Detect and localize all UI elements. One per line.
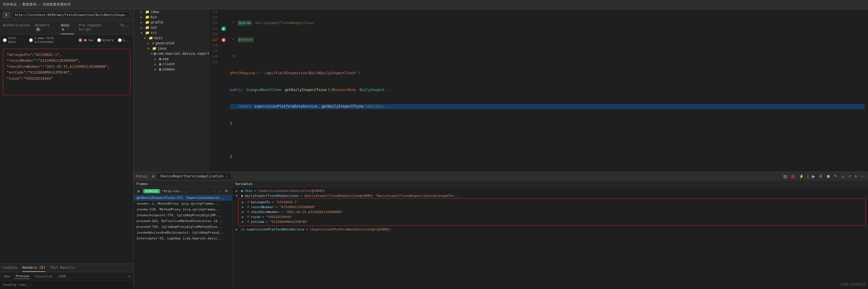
expand-daily[interactable]: ▼	[236, 194, 239, 198]
tree-item-generated[interactable]: ▶ ⚙ generated	[133, 41, 209, 46]
tree-item-java[interactable]: ▼ 📁 java	[133, 46, 209, 51]
frame-item-4[interactable]: proceed:163, ReflectiveMethodInvocation …	[133, 218, 232, 224]
tree-item-src[interactable]: ▼ 📁 src	[133, 30, 209, 35]
method-dropdown[interactable]: ▾	[3, 12, 10, 18]
sending-req-text: Sending requ...	[0, 281, 133, 289]
tree-item-bin[interactable]: ▶ 📁 bin	[133, 14, 209, 20]
frame-item-1[interactable]: invoke:-1, MethodProxy {org.springframew…	[133, 201, 232, 207]
expand-tzsno[interactable]: ▶	[242, 215, 245, 219]
debug-btn-debugger[interactable]: 🐞	[789, 173, 797, 179]
breadcrumb: 对外协议 / 数据查询---浏览检查单通知书	[3, 2, 70, 7]
view-raw[interactable]: Raw	[3, 274, 11, 279]
tree-item-aop[interactable]: ▶ ▦ aop	[133, 56, 209, 62]
breadcrumb-item-2: 数据查询---浏览检查单通知书	[22, 2, 70, 7]
debug-tab-app[interactable]: DeviceReportServiceApplication ✕	[157, 173, 231, 179]
debug-btn-step-over[interactable]: ↷	[833, 173, 838, 179]
folder-icon-client: ▦	[159, 62, 161, 66]
tab-body[interactable]: Body	[61, 21, 74, 34]
frame-item-2[interactable]: invoke:218, MethodProxy {org.springframe…	[133, 207, 232, 213]
expand-belongedTo[interactable]: ▶	[242, 200, 245, 204]
tab-headers[interactable]: Headers 8	[35, 21, 56, 34]
debug-btn-pause[interactable]: ⏸	[817, 173, 824, 179]
frame-item-6[interactable]: invokeAdvicesAndDoJoinpoint: CglibAopPro…	[133, 230, 232, 236]
var-field-icon-2: f	[247, 205, 249, 209]
debug-btn-console[interactable]: ▤	[782, 173, 788, 179]
arrow-gradle: ▶	[141, 21, 144, 24]
tab-tests[interactable]: Te...	[120, 21, 130, 34]
tree-item-package[interactable]: ▼ ▦ com.hwariot.device.report	[133, 51, 209, 56]
form-data-radio[interactable]: form-data	[3, 36, 25, 44]
code-lines: 112 113 114 115 116 117 118 119 120 121	[209, 9, 868, 171]
binary-radio[interactable]: binary	[97, 38, 114, 42]
tab-pre-request[interactable]: Pre-request Script	[79, 21, 115, 34]
json-body-box[interactable]: "belongedTo":"AJ320682-1", "recordNumber…	[3, 49, 130, 95]
expand-this[interactable]: ▶	[236, 189, 239, 193]
frame-item-3[interactable]: invokeJoinpoint:779, CglibAopProxy$Cglib…	[133, 213, 232, 218]
debug-btn-frames[interactable]: ≡	[854, 173, 858, 179]
gutter-117[interactable]: ●	[221, 37, 226, 43]
thread-resume-btn[interactable]: ▶	[136, 188, 142, 194]
debug-tab-close[interactable]: ✕	[226, 175, 228, 178]
code-line-114: */	[230, 54, 865, 60]
debug-btn-endpoints[interactable]: ⚡	[798, 173, 805, 179]
debug-btn-resume[interactable]: ▶	[811, 173, 816, 179]
tree-item-main[interactable]: ▼ 📁 main	[133, 35, 209, 41]
url-bar: ▾ http://localhost:8039/api/FieldInspect…	[0, 9, 133, 21]
expand-recordNumber[interactable]: ▶	[242, 205, 245, 209]
resp-tab-test-results[interactable]: Test Results	[50, 264, 75, 272]
tree-item-common[interactable]: ▶ ▦ common	[133, 67, 209, 72]
folder-icon-java: 📁	[152, 46, 157, 50]
package-icon: ▦	[154, 51, 156, 56]
gutter-112	[221, 9, 226, 15]
expand-checkFormNumber[interactable]: ▶	[242, 210, 245, 214]
resp-view-tabs: Raw Preview Visualize JSON ≡	[0, 272, 133, 281]
gutter-red-117[interactable]: ●	[221, 38, 226, 42]
var-daily-fields-box: ▶ f belongedTo = "AJ320682-1" ▶ f record…	[238, 198, 866, 226]
view-json[interactable]: JSON	[57, 274, 67, 279]
debug-label: Debug:	[136, 174, 148, 178]
code-line-113: * @return	[230, 37, 865, 43]
watermark: CSDN @12程序员	[841, 282, 866, 287]
tree-item-idea[interactable]: ▶ 📁 idea	[133, 9, 209, 14]
expand-service[interactable]: ▶	[236, 227, 239, 231]
resp-tab-cookies[interactable]: Cookies	[3, 264, 18, 272]
frames-header: Frames	[133, 181, 232, 187]
debug-btn-step-out[interactable]: ↗	[846, 173, 852, 179]
frame-item-5[interactable]: proceed:750, CglibAopProxy$CglibMethodIn…	[133, 224, 232, 230]
frame-item-7[interactable]: Interceptor:55, LogsAop {com.hwariot.dev…	[133, 236, 232, 242]
tree-item-client[interactable]: ▶ ▦ client	[133, 62, 209, 67]
breadcrumb-item-1[interactable]: 对外协议	[3, 2, 17, 7]
breadcrumb-sep: /	[19, 3, 21, 7]
tree-item-gradle[interactable]: ▶ 📁 gradle	[133, 20, 209, 25]
var-checkFormNumber: ▶ f checkFormNumber = "2021-05-25_AJ3206…	[239, 210, 865, 215]
var-field-icon-5: f	[247, 220, 249, 224]
urlencoded-radio[interactable]: x-www-form-urlencoded	[29, 36, 74, 44]
url-input[interactable]: http://localhost:8039/api/FieldInspectio…	[12, 11, 130, 18]
view-visualize[interactable]: Visualize	[34, 274, 54, 279]
expand-entCode[interactable]: ▶	[242, 220, 245, 224]
tree-item-out[interactable]: ▶ 📁 out	[133, 25, 209, 30]
thread-row: ▶ RUNNING *http-nio-... ↑ ↓ ⚙	[133, 187, 232, 195]
graphql-radio[interactable]: G...	[118, 38, 131, 42]
thread-up[interactable]: ↑	[212, 188, 216, 194]
tab-authorization[interactable]: Authorization	[3, 21, 30, 34]
resp-tab-headers[interactable]: Headers (5)	[22, 264, 45, 272]
thread-down[interactable]: ↓	[218, 188, 222, 194]
thread-filter[interactable]: ⚙	[224, 188, 229, 194]
response-area: Cookies Headers (5) Test Results Raw Pre…	[0, 263, 133, 289]
debug-btn-more[interactable]: ⋯	[859, 173, 866, 179]
debug-btn-step-into[interactable]: ↘	[840, 173, 845, 179]
frame-item-0[interactable]: getDailyInspectTszno:117, SupervisionSea…	[133, 195, 232, 201]
gutter-119	[221, 48, 226, 53]
gutter-121	[221, 60, 226, 65]
file-tree: ▶ 📁 idea ▶ 📁 bin ▶ 📁 gradle	[133, 9, 209, 171]
resp-sort-icon[interactable]: ≡	[128, 274, 130, 278]
raw-radio[interactable]: raw	[79, 38, 93, 42]
view-preview[interactable]: Preview	[14, 274, 30, 279]
debug-btn-stop[interactable]: ⏹	[825, 173, 831, 179]
left-panel: ▾ http://localhost:8039/api/FieldInspect…	[0, 9, 133, 289]
body-dot	[62, 28, 64, 30]
folder-icon-common: ▦	[159, 67, 161, 71]
folder-icon-out: 📁	[145, 26, 150, 30]
debug-tab-label: DeviceReportServiceApplication	[161, 174, 224, 178]
